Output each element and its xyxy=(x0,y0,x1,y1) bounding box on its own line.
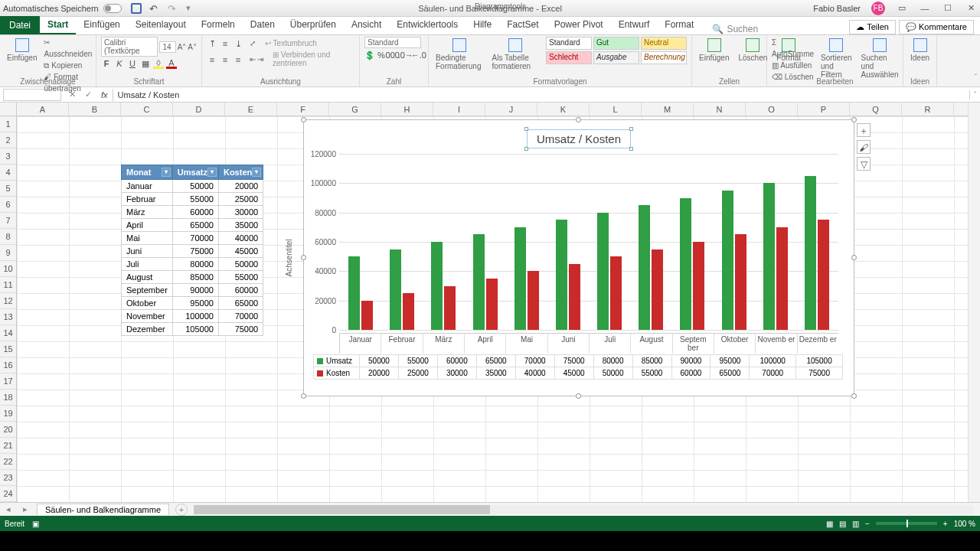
row-header[interactable]: 9 xyxy=(0,245,16,261)
italic-icon[interactable]: K xyxy=(114,58,125,69)
bar-umsatz[interactable] xyxy=(390,249,401,330)
bar-umsatz[interactable] xyxy=(639,205,650,330)
formula-input[interactable]: Umsatz / Kosten xyxy=(113,89,969,101)
bar-kosten[interactable] xyxy=(486,279,498,330)
table-header[interactable]: Umsatz▾ xyxy=(172,165,218,180)
bar-kosten[interactable] xyxy=(818,220,829,330)
zoom-level[interactable]: 100 % xyxy=(954,520,975,528)
cell-style-gut[interactable]: Gut xyxy=(593,37,639,50)
filter-dropdown-icon[interactable]: ▾ xyxy=(252,168,261,177)
chart-title[interactable]: Umsatz / Kosten xyxy=(527,129,631,148)
cell-style-schlecht[interactable]: Schlecht xyxy=(546,51,592,64)
qat-customize-icon[interactable]: ▾ xyxy=(186,3,191,14)
bar-kosten[interactable] xyxy=(444,286,456,331)
ribbon-tab-factset[interactable]: FactSet xyxy=(499,16,546,34)
col-header[interactable]: D xyxy=(173,103,225,116)
data-table[interactable]: Monat▾Umsatz▾Kosten▾ Januar5000020000Feb… xyxy=(121,165,263,336)
expand-formula-bar-icon[interactable]: ˇ xyxy=(969,90,980,99)
horizontal-scrollbar[interactable] xyxy=(194,505,974,514)
sort-filter-button[interactable]: Sortieren und Filtern xyxy=(818,37,854,80)
table-cell[interactable]: November xyxy=(122,310,173,323)
y-axis-title[interactable]: Achsentitel xyxy=(285,240,293,277)
sheet-nav-prev-icon[interactable]: ◂ xyxy=(0,504,17,514)
fill-color-icon[interactable]: ◊ xyxy=(153,58,164,69)
table-cell[interactable]: 75000 xyxy=(172,245,218,258)
col-header[interactable]: O xyxy=(746,103,798,116)
bar-kosten[interactable] xyxy=(528,271,539,330)
undo-icon[interactable] xyxy=(149,3,160,14)
align-right-icon[interactable]: ≡ xyxy=(233,54,243,65)
row-header[interactable]: 23 xyxy=(0,470,16,486)
row-header[interactable]: 18 xyxy=(0,390,16,406)
col-header[interactable]: A xyxy=(17,103,69,116)
align-left-icon[interactable]: ≡ xyxy=(207,54,217,65)
row-header[interactable]: 22 xyxy=(0,454,16,470)
table-cell[interactable]: Dezember xyxy=(122,323,173,336)
table-cell[interactable]: 30000 xyxy=(218,206,263,219)
table-cell[interactable]: 65000 xyxy=(218,297,263,310)
vertical-scrollbar[interactable] xyxy=(968,103,980,502)
table-cell[interactable]: 55000 xyxy=(172,193,218,206)
resize-handle[interactable] xyxy=(851,117,857,122)
copy-button[interactable]: ⧉ Kopieren xyxy=(44,60,92,71)
bar-umsatz[interactable] xyxy=(805,176,816,330)
row-header[interactable]: 7 xyxy=(0,213,16,229)
table-cell[interactable]: Mai xyxy=(122,232,173,245)
col-header[interactable]: E xyxy=(225,103,277,116)
bar-kosten[interactable] xyxy=(403,293,414,330)
table-cell[interactable]: 70000 xyxy=(218,310,263,323)
dec-decimal-icon[interactable]: ←.0 xyxy=(413,50,424,60)
legend-entry[interactable]: Umsatz xyxy=(314,355,360,367)
bar-umsatz[interactable] xyxy=(348,256,360,330)
font-name-combo[interactable]: Calibri (Textkörpe xyxy=(101,37,158,57)
row-header[interactable]: 5 xyxy=(0,181,16,197)
ideas-button[interactable]: Ideen xyxy=(908,37,932,64)
search-placeholder[interactable]: Suchen xyxy=(727,24,758,34)
table-cell[interactable]: 85000 xyxy=(172,271,218,284)
autosave-toggle[interactable] xyxy=(103,4,122,13)
table-cell[interactable]: 60000 xyxy=(172,206,218,219)
collapse-ribbon-icon[interactable]: ˇ xyxy=(975,73,977,82)
currency-icon[interactable]: 💲 xyxy=(364,50,375,60)
col-header[interactable]: H xyxy=(381,103,433,116)
new-sheet-icon[interactable]: + xyxy=(175,504,188,516)
bar-kosten[interactable] xyxy=(776,227,788,330)
user-name[interactable]: Fabio Basler xyxy=(813,4,861,13)
percent-icon[interactable]: % xyxy=(377,50,385,60)
find-select-button[interactable]: Suchen und Auswählen xyxy=(859,37,901,80)
ribbon-tab-seitenlayout[interactable]: Seitenlayout xyxy=(128,16,194,34)
resize-handle[interactable] xyxy=(301,117,306,122)
col-header[interactable]: C xyxy=(121,103,173,116)
ribbon-tab-daten[interactable]: Daten xyxy=(243,16,283,34)
indent-decrease-icon[interactable]: ⇤ xyxy=(250,55,256,64)
resize-handle[interactable] xyxy=(851,393,857,399)
ribbon-tab-formeln[interactable]: Formeln xyxy=(194,16,243,34)
inc-decimal-icon[interactable]: .0→ xyxy=(400,50,411,60)
align-top-icon[interactable]: ⤒ xyxy=(207,38,217,49)
cell-style-ausgabe[interactable]: Ausgabe xyxy=(593,51,639,64)
col-header[interactable]: P xyxy=(798,103,850,116)
table-cell[interactable]: September xyxy=(122,284,173,297)
align-bottom-icon[interactable]: ⤓ xyxy=(233,38,243,49)
col-header[interactable]: B xyxy=(69,103,121,116)
row-header[interactable]: 15 xyxy=(0,341,16,357)
row-header[interactable]: 24 xyxy=(0,486,16,502)
ribbon-tab-power pivot[interactable]: Power Pivot xyxy=(547,16,611,34)
row-header[interactable]: 4 xyxy=(0,165,16,181)
row-header[interactable]: 2 xyxy=(0,132,16,148)
resize-handle[interactable] xyxy=(576,393,581,399)
ribbon-tab-überprüfen[interactable]: Überprüfen xyxy=(283,16,344,34)
decrease-font-icon[interactable]: A˅ xyxy=(188,43,197,51)
save-icon[interactable] xyxy=(131,3,142,14)
ribbon-tab-format[interactable]: Format xyxy=(657,16,701,34)
bar-kosten[interactable] xyxy=(569,264,580,330)
cell-style-standard[interactable]: Standard xyxy=(546,37,592,50)
table-cell[interactable]: März xyxy=(122,206,173,219)
bar-kosten[interactable] xyxy=(693,242,704,330)
row-header[interactable]: 17 xyxy=(0,373,16,390)
align-middle-icon[interactable]: ≡ xyxy=(220,38,230,49)
filter-dropdown-icon[interactable]: ▾ xyxy=(207,168,217,177)
zoom-slider[interactable] xyxy=(876,522,937,525)
chart-styles-icon[interactable]: 🖌 xyxy=(857,140,871,154)
table-cell[interactable]: 90000 xyxy=(172,284,218,297)
